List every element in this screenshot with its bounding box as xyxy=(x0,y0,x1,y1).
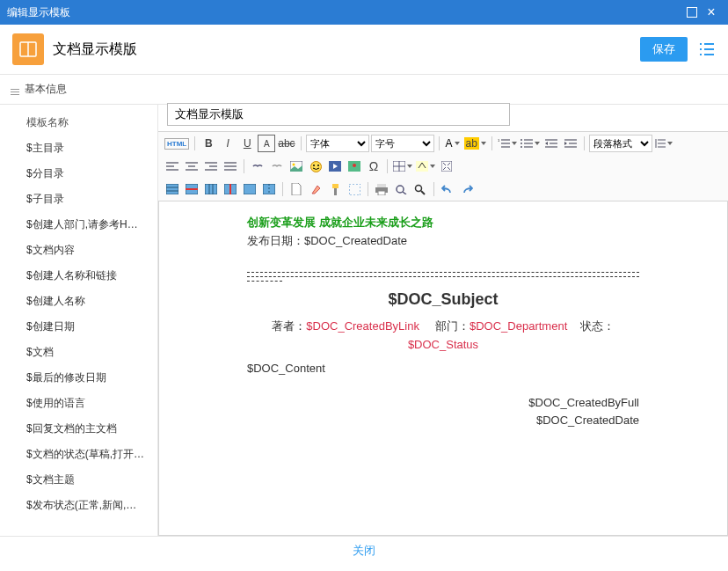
video-button[interactable] xyxy=(326,157,344,175)
split-cells-button[interactable] xyxy=(260,180,278,198)
variable-item[interactable]: $发布状态(正常,新闻,标题... xyxy=(0,493,157,518)
highlight-button[interactable]: ab xyxy=(463,135,487,152)
underline-button[interactable]: U xyxy=(238,135,256,152)
editor-content-area[interactable]: 创新变革发展 成就企业未来成长之路 发布日期：$DOC_CreatedDate … xyxy=(158,201,728,536)
divider xyxy=(247,276,639,277)
preview-heading: 创新变革发展 成就企业未来成长之路 xyxy=(247,214,639,232)
print-button[interactable] xyxy=(373,180,390,198)
align-center-button[interactable] xyxy=(183,157,200,175)
doc-content: $DOC_Content xyxy=(247,360,639,378)
variable-item[interactable]: $文档内容 xyxy=(0,238,157,263)
maximize-button[interactable] xyxy=(682,3,702,22)
variable-item[interactable]: $分目录 xyxy=(0,161,157,187)
font-color-button[interactable]: A xyxy=(444,135,462,152)
delete-col-button[interactable] xyxy=(222,180,239,198)
variable-item[interactable]: $创建日期 xyxy=(0,314,157,340)
insert-row-button[interactable] xyxy=(164,180,181,198)
format-brush-button[interactable] xyxy=(326,180,344,198)
clear-format-button[interactable] xyxy=(307,180,324,198)
unordered-list-button[interactable] xyxy=(520,135,541,152)
svg-rect-52 xyxy=(166,184,178,194)
variable-item[interactable]: $文档主题 xyxy=(0,467,157,493)
map-button[interactable] xyxy=(346,157,363,175)
align-right-button[interactable] xyxy=(202,157,220,175)
unlink-button[interactable] xyxy=(268,157,286,175)
variable-item[interactable]: $创建人名称和链接 xyxy=(0,263,157,289)
svg-point-41 xyxy=(310,161,321,172)
outdent-button[interactable] xyxy=(542,135,560,152)
section-header-basic: 基本信息 xyxy=(0,75,728,105)
close-button[interactable]: 关闭 xyxy=(353,543,375,559)
svg-rect-66 xyxy=(334,188,337,195)
window-title: 编辑显示模板 xyxy=(7,5,682,20)
svg-rect-65 xyxy=(332,184,339,188)
search-replace-button[interactable] xyxy=(411,180,429,198)
select-all-button[interactable] xyxy=(346,180,363,198)
link-button[interactable] xyxy=(249,157,266,175)
svg-point-43 xyxy=(317,165,319,166)
font-border-button[interactable]: A xyxy=(258,135,275,152)
template-icon xyxy=(12,33,44,65)
close-window-button[interactable]: × xyxy=(702,3,721,22)
bold-button[interactable]: B xyxy=(200,135,217,152)
table-button[interactable] xyxy=(392,157,413,175)
variable-item[interactable]: $回复文档的主文档 xyxy=(0,416,157,442)
variable-item[interactable]: $主目录 xyxy=(0,135,157,161)
svg-point-16 xyxy=(521,143,522,144)
font-family-select[interactable]: 字体 xyxy=(306,135,369,152)
ordered-list-button[interactable]: 1 xyxy=(497,135,518,152)
page-header: 文档显示模版 保存 xyxy=(0,25,728,75)
image-button[interactable] xyxy=(288,157,305,175)
variable-item[interactable]: $最后的修改日期 xyxy=(0,365,157,391)
variable-item[interactable]: $使用的语言 xyxy=(0,391,157,416)
merge-cells-button[interactable] xyxy=(241,180,258,198)
dialog-footer: 关闭 xyxy=(0,536,728,564)
page-title: 文档显示模版 xyxy=(53,40,640,59)
svg-point-40 xyxy=(293,164,295,166)
delete-row-button[interactable] xyxy=(183,180,200,198)
list-view-icon[interactable] xyxy=(698,41,716,57)
special-char-button[interactable]: Ω xyxy=(365,157,382,175)
insert-col-button[interactable] xyxy=(202,180,220,198)
save-button[interactable]: 保存 xyxy=(640,37,688,62)
line-height-button[interactable] xyxy=(654,135,673,152)
svg-line-74 xyxy=(421,191,425,194)
svg-point-71 xyxy=(397,186,404,193)
variable-sidebar: 模板名称 $主目录$分目录$子目录$创建人部门,请参考HRM(...$文档内容$… xyxy=(0,105,158,536)
template-name-input[interactable] xyxy=(167,103,510,126)
html-source-button[interactable]: HTML xyxy=(164,135,190,152)
undo-button[interactable] xyxy=(439,180,456,198)
indent-button[interactable] xyxy=(562,135,579,152)
preview-button[interactable] xyxy=(392,180,410,198)
svg-point-17 xyxy=(521,146,522,148)
redo-button[interactable] xyxy=(458,180,476,198)
svg-point-42 xyxy=(313,165,315,166)
back-color-button[interactable] xyxy=(415,157,436,175)
svg-rect-70 xyxy=(378,191,385,195)
svg-point-73 xyxy=(416,185,422,191)
italic-button[interactable]: I xyxy=(219,135,237,152)
svg-rect-67 xyxy=(349,184,360,195)
fullscreen-button[interactable] xyxy=(438,157,455,175)
strikethrough-button[interactable]: abc xyxy=(277,135,295,152)
svg-rect-62 xyxy=(244,184,256,194)
title-bar: 编辑显示模板 × xyxy=(0,0,728,25)
variable-item[interactable]: $创建人名称 xyxy=(0,289,157,314)
doc-meta: 著者：$DOC_CreatedByLink 部门：$DOC_Department… xyxy=(247,318,639,355)
variable-item[interactable]: $文档的状态(草稿,打开,正... xyxy=(0,442,157,467)
new-doc-button[interactable] xyxy=(288,180,305,198)
align-justify-button[interactable] xyxy=(222,157,239,175)
variable-item[interactable]: $文档 xyxy=(0,340,157,365)
variable-item[interactable]: $创建人部门,请参考HRM(... xyxy=(0,212,157,238)
variable-item[interactable]: $子目录 xyxy=(0,187,157,212)
svg-rect-68 xyxy=(377,184,386,187)
font-size-select[interactable]: 字号 xyxy=(371,135,434,152)
template-name-label: 模板名称 xyxy=(0,110,157,135)
svg-line-72 xyxy=(403,192,406,194)
align-left-button[interactable] xyxy=(164,157,181,175)
emotion-button[interactable] xyxy=(307,157,324,175)
svg-point-15 xyxy=(521,139,522,141)
svg-text:1: 1 xyxy=(498,138,500,143)
svg-rect-57 xyxy=(205,184,217,194)
paragraph-format-select[interactable]: 段落格式 xyxy=(589,135,652,152)
